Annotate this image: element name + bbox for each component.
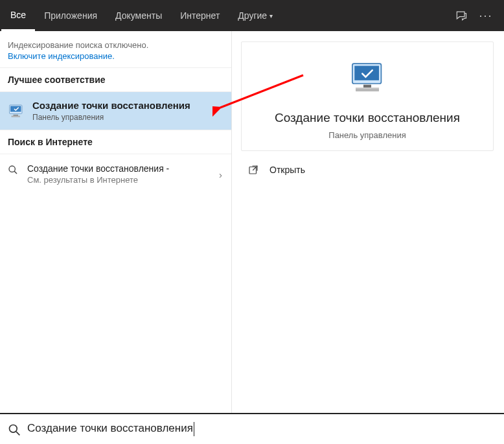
web-result-title: Создание точки восстановления - — [27, 163, 205, 174]
enable-indexing-link[interactable]: Включите индексирование. — [8, 51, 115, 61]
svg-rect-8 — [363, 85, 371, 88]
detail-actions: Открыть — [241, 155, 495, 185]
tab-all-label: Все — [10, 10, 26, 20]
open-icon — [247, 164, 259, 176]
topbar-right: ··· — [455, 9, 503, 22]
tab-more[interactable]: Другие▾ — [229, 0, 282, 31]
chevron-right-icon: › — [219, 169, 222, 180]
feedback-icon[interactable] — [455, 9, 468, 22]
tab-docs-label: Документы — [115, 10, 162, 21]
search-input[interactable]: Создание точки восстановления — [27, 422, 194, 436]
search-bar[interactable]: Создание точки восстановления — [0, 413, 504, 444]
detail-card: Создание точки восстановления Панель упр… — [241, 41, 494, 151]
detail-subtitle: Панель управления — [255, 130, 480, 140]
search-tabs-bar: Все Приложения Документы Интернет Другие… — [0, 0, 504, 31]
section-web-search: Поиск в Интернете — [0, 130, 231, 154]
best-match-subtitle: Панель управления — [32, 113, 223, 122]
tab-apps[interactable]: Приложения — [35, 0, 106, 31]
indexing-off-text: Индексирование поиска отключено. — [8, 40, 223, 50]
detail-hero-icon — [255, 60, 480, 99]
svg-rect-7 — [354, 66, 379, 80]
best-match-result[interactable]: Создание точки восстановления Панель упр… — [0, 92, 231, 130]
more-options-icon[interactable]: ··· — [479, 9, 492, 22]
detail-title: Создание точки восстановления — [255, 111, 480, 125]
chevron-down-icon: ▾ — [269, 12, 273, 19]
svg-rect-10 — [356, 88, 379, 89]
search-query-text: Создание точки восстановления — [27, 422, 193, 434]
search-icon — [8, 165, 18, 175]
tab-web-label: Интернет — [180, 10, 220, 21]
system-restore-icon — [6, 101, 26, 121]
svg-line-5 — [14, 171, 17, 174]
svg-point-4 — [9, 166, 15, 172]
svg-point-13 — [10, 425, 17, 433]
detail-column: Создание точки восстановления Панель упр… — [232, 31, 504, 413]
text-caret — [194, 422, 194, 436]
results-column: Индексирование поиска отключено. Включит… — [0, 31, 232, 413]
tab-internet[interactable]: Интернет — [171, 0, 229, 31]
section-best-match: Лучшее соответствие — [0, 67, 231, 92]
search-icon — [8, 423, 19, 435]
indexing-notice: Индексирование поиска отключено. Включит… — [0, 31, 231, 67]
tab-documents[interactable]: Документы — [106, 0, 171, 31]
tab-apps-label: Приложения — [44, 10, 97, 21]
action-open[interactable]: Открыть — [241, 155, 495, 185]
svg-rect-3 — [12, 116, 21, 117]
content-columns: Индексирование поиска отключено. Включит… — [0, 31, 504, 413]
web-result-subtitle: См. результаты в Интернете — [27, 175, 205, 185]
web-search-result[interactable]: Создание точки восстановления - См. резу… — [0, 154, 231, 194]
svg-line-14 — [16, 432, 19, 435]
best-match-title: Создание точки восстановления — [32, 100, 223, 111]
tab-more-label: Другие — [238, 10, 267, 21]
svg-rect-2 — [14, 115, 19, 116]
action-open-label: Открыть — [269, 165, 305, 175]
tab-all[interactable]: Все — [1, 0, 35, 31]
